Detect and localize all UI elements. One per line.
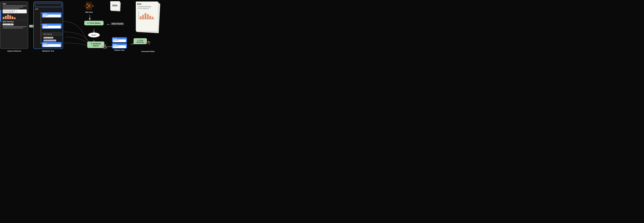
related-cell2: Cell [2] Comments#…… [112, 43, 127, 48]
nb-gray-line-3 [3, 8, 20, 9]
form-query-box: 2. Form Query [84, 21, 104, 25]
generated-slides-bullet1-dot: • [137, 6, 138, 7]
nb-bar-2 [5, 16, 7, 19]
nb-bar-4 [9, 15, 11, 19]
wiki-data-icon-container: Wiki Data [84, 1, 94, 13]
nb-bar-5 [12, 16, 13, 19]
chart-bar-4 [147, 14, 149, 19]
nb-code-block: # plot histogram plt.histogram(x, y) [3, 9, 27, 13]
md-cell3-comment: Comments#…… [43, 44, 61, 47]
similarity-search-line1: 3. Similarity [89, 43, 102, 45]
generated-slides-eda-title: EDA [137, 3, 157, 5]
nb-bar-chart [3, 14, 27, 19]
md-remove-outliers-btn: Remove outliers [44, 37, 53, 38]
chart-x-axis [138, 19, 155, 19]
jupyter-notebook-label: Jupyter Notebook [7, 50, 21, 52]
eda-slides-icon-container: EDA [110, 1, 122, 12]
md-cell3-label: Cell [3] [43, 42, 61, 44]
md-datacleaning-box: Data Cleaning [42, 33, 62, 35]
markdown-tree-label: Markdown Tree [42, 50, 54, 52]
main-diagram: 1. Extract EDA [0, 0, 161, 56]
md-cell2-container: Cell [2] Comments#plot… [42, 12, 62, 18]
chart-bar-6 [152, 17, 154, 19]
md-cell2-label: Cell [2] [43, 13, 61, 14]
svg-point-14 [88, 5, 90, 6]
md-branch-2 [40, 13, 42, 14]
nb-gray-line-4 [3, 26, 27, 27]
eda-page-front: EDA [110, 1, 120, 10]
similarity-search-line2: Search [89, 45, 102, 47]
generated-slides-label: Generated Slides [142, 50, 155, 52]
generated-slides-bullet2-container: • Plot the histogram of … [137, 8, 157, 9]
atom-icon [84, 1, 94, 10]
related-cell2-comment: Comments#…… [113, 45, 126, 48]
generated-slides-chart-container [137, 10, 157, 19]
generated-slides-bullet2-text: Plot the histogram of … [138, 8, 150, 9]
nb-remove-outliers: Remove outliers [3, 23, 14, 25]
md-cell1-label: Cell [1] [43, 24, 61, 25]
nb-gray-line-5 [3, 27, 23, 28]
chart-y-axis [138, 11, 139, 19]
related-cells-label: Related Cells [112, 49, 127, 51]
wiki-data-label: Wiki Data [84, 11, 94, 13]
svg-point-20 [86, 3, 88, 4]
eda-page-text: EDA [112, 4, 118, 7]
blue-accent-bar [0, 10, 1, 22]
md-eda-label: EDA [35, 8, 62, 10]
nb-gray-line-2 [3, 7, 23, 7]
nb-data-cleaning-title: Data Cleaning [3, 21, 27, 22]
nb-code-main: plt.histogram(x, y) [4, 11, 26, 13]
generated-slides-bullet2-dot: • [137, 8, 138, 9]
md-cell2: Cell [2] Comments#plot… [42, 12, 62, 18]
jupyter-notebook-panel: EDA # plot histogram plt.histogram(x, y)… [0, 1, 28, 49]
related-cell1: Cell [1] Comments#.….. [112, 37, 127, 42]
chart-bar-1 [140, 16, 142, 19]
svg-point-19 [86, 7, 88, 8]
md-markdown-sentences-btn: Markdown sentences [44, 39, 56, 41]
related-cell1-comment: Comments#.….. [113, 39, 126, 42]
nb-gray-line-1 [3, 5, 27, 6]
slides-template-label: Slides Template [111, 22, 124, 25]
related-cells-container: Cell [1] Comments#.….. Cell [2] Comments… [112, 37, 127, 51]
eda-slides-stack: EDA [110, 1, 122, 12]
md-input-box [35, 3, 62, 7]
query-oval: Query [88, 32, 100, 38]
generated-slides-main-page: EDA • • Plot the histogram of … [136, 1, 158, 31]
md-branch-1 [40, 24, 42, 25]
md-cell2-comment: Comments#plot… [43, 14, 61, 17]
md-cell3-container: Cell [3] Comments#…… [42, 42, 62, 47]
md-cell1: Cell [1] Comments#…… [42, 23, 62, 29]
md-cell1-comment: Comments#…… [43, 26, 61, 28]
generated-slides-gray-line [138, 6, 151, 7]
related-cell1-label: Cell [1] [113, 38, 126, 39]
nb-eda-title: EDA [3, 3, 27, 5]
chart-bar-3 [144, 13, 146, 19]
md-cell1-container: Cell [1] Comments#…… [42, 23, 62, 29]
markdown-tree-panel: EDA Cell [2] Comments#plot… Cell [1] Com… [34, 1, 63, 49]
md-tree-trunk [41, 11, 41, 44]
generated-slides-bullet1-container: • [137, 6, 157, 7]
svg-point-18 [92, 5, 94, 6]
chart-bar-2 [142, 15, 144, 19]
nb-bar-3 [7, 15, 9, 19]
nb-code-comment: # plot histogram [4, 10, 26, 11]
md-cell3: Cell [3] Comments#…… [42, 42, 62, 47]
generated-slides-panel: EDA • • Plot the histogram of … [135, 1, 161, 50]
md-datacleaning-container: Data Cleaning Remove outliers Markdown s… [42, 32, 62, 42]
svg-line-25 [103, 45, 105, 47]
related-cell2-label: Cell [2] [113, 44, 126, 45]
similarity-network-icon [101, 44, 108, 50]
md-branch-3 [40, 43, 42, 43]
nb-bar-6 [14, 17, 16, 19]
nb-bar-1 [3, 17, 4, 19]
chart-bar-5 [149, 16, 151, 19]
